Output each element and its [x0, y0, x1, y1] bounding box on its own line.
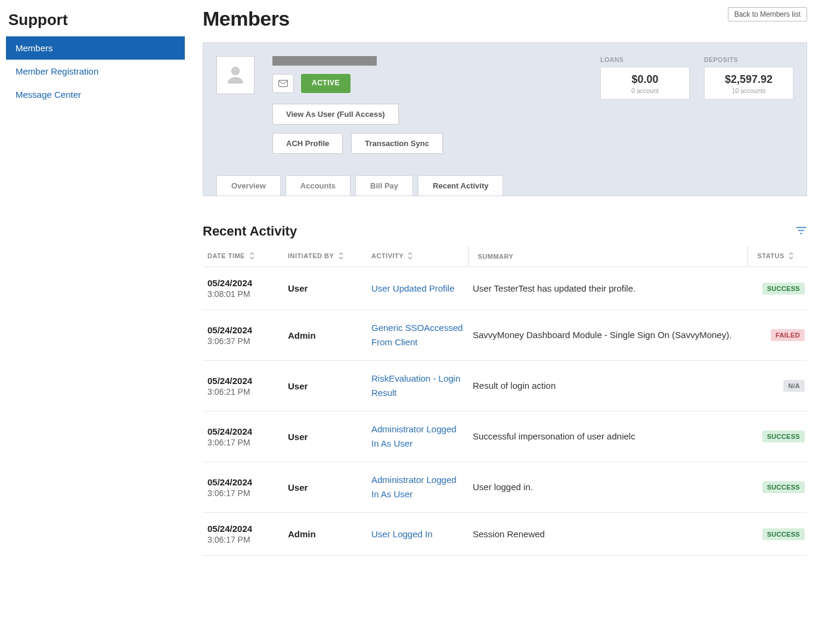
loans-amount: $0.00: [606, 73, 684, 86]
activity-link[interactable]: User Updated Profile: [371, 283, 454, 293]
status-badge: SUCCESS: [762, 431, 805, 442]
view-as-user-button[interactable]: View As User (Full Access): [272, 104, 399, 125]
activity-summary: Session Renewed: [468, 513, 748, 556]
activity-date: 05/24/2024: [207, 376, 278, 386]
activity-time: 3:06:21 PM: [207, 387, 278, 397]
activity-date: 05/24/2024: [207, 477, 278, 487]
activity-summary: Successful impersonation of user adnielc: [468, 411, 748, 462]
status-badge: SUCCESS: [762, 481, 805, 493]
activity-initiated-by: Admin: [283, 513, 367, 556]
profile-tabs: Overview Accounts Bill Pay Recent Activi…: [216, 175, 793, 196]
col-activity-label: ACTIVITY: [371, 252, 404, 259]
table-row: 05/24/20243:06:17 PMUserAdministrator Lo…: [203, 462, 807, 513]
col-date-time-label: DATE TIME: [207, 252, 245, 259]
activity-summary: User logged in.: [468, 462, 748, 513]
table-row: 05/24/20243:06:17 PMUserAdministrator Lo…: [203, 411, 807, 462]
activity-time: 3:06:17 PM: [207, 488, 278, 498]
sidebar-title: Support: [6, 8, 185, 36]
activity-time: 3:06:37 PM: [207, 336, 278, 346]
loans-label: LOANS: [600, 56, 690, 63]
activity-time: 3:08:01 PM: [207, 289, 278, 299]
filter-icon[interactable]: [795, 226, 807, 236]
member-status-badge: ACTIVE: [301, 74, 351, 93]
sort-icon: [250, 252, 255, 261]
col-status[interactable]: STATUS: [748, 246, 807, 267]
loans-sub: 0 account: [606, 87, 684, 94]
deposits-stat: DEPOSITS $2,597.92 10 accounts: [704, 56, 793, 100]
sidebar-item-members[interactable]: Members: [6, 36, 185, 60]
activity-initiated-by: User: [283, 462, 367, 513]
col-summary: SUMMARY: [468, 246, 748, 267]
tab-accounts[interactable]: Accounts: [286, 175, 351, 196]
activity-link[interactable]: Generic SSOAccessed From Client: [371, 323, 463, 347]
activity-time: 3:06:17 PM: [207, 535, 278, 544]
activity-summary: Result of login action: [468, 361, 748, 411]
col-initiated-by[interactable]: INITIATED BY: [283, 246, 367, 267]
status-badge: FAILED: [771, 329, 805, 341]
activity-date: 05/24/2024: [207, 524, 278, 534]
ach-profile-button[interactable]: ACH Profile: [272, 133, 343, 154]
deposits-sub: 10 accounts: [709, 87, 788, 94]
status-badge: SUCCESS: [762, 283, 805, 295]
tab-recent-activity[interactable]: Recent Activity: [418, 175, 503, 196]
col-date-time[interactable]: DATE TIME: [203, 246, 283, 267]
table-row: 05/24/20243:06:17 PMAdminUser Logged InS…: [203, 513, 807, 556]
sidebar-nav: Members Member Registration Message Cent…: [6, 36, 185, 106]
activity-link[interactable]: User Logged In: [371, 529, 433, 539]
email-button[interactable]: [272, 74, 294, 93]
activity-link[interactable]: Administrator Logged In As User: [371, 475, 457, 499]
col-summary-label: SUMMARY: [478, 253, 514, 260]
sort-icon: [789, 252, 793, 261]
member-profile-panel: ACTIVE View As User (Full Access) ACH Pr…: [203, 42, 807, 196]
person-icon: [224, 64, 247, 86]
col-activity[interactable]: ACTIVITY: [367, 246, 468, 267]
activity-link[interactable]: RiskEvaluation - Login Result: [371, 373, 460, 398]
deposits-label: DEPOSITS: [704, 56, 793, 63]
sort-icon: [408, 252, 412, 261]
sidebar-item-member-registration[interactable]: Member Registration: [6, 60, 185, 83]
activity-time: 3:06:17 PM: [207, 438, 278, 447]
status-badge: N/A: [783, 380, 805, 392]
svg-rect-0: [279, 80, 288, 87]
back-to-members-button[interactable]: Back to Members list: [728, 7, 807, 21]
activity-initiated-by: User: [283, 267, 367, 310]
activity-date: 05/24/2024: [207, 426, 278, 436]
member-name-redacted: [272, 56, 377, 66]
page-title: Members: [203, 7, 290, 30]
sort-icon: [339, 252, 343, 261]
col-status-label: STATUS: [758, 252, 784, 259]
activity-initiated-by: Admin: [283, 310, 367, 361]
activity-summary: SavvyMoney Dashboard Module - Single Sig…: [468, 310, 748, 361]
table-row: 05/24/20243:06:21 PMUserRiskEvaluation -…: [203, 361, 807, 411]
activity-table: DATE TIME INITIATED BY ACTIVITY SUMMARY: [203, 246, 807, 556]
activity-summary: User TesterTest has updated their profil…: [468, 267, 748, 310]
tab-bill-pay[interactable]: Bill Pay: [355, 175, 413, 196]
activity-link[interactable]: Administrator Logged In As User: [371, 424, 457, 448]
status-badge: SUCCESS: [762, 528, 805, 540]
activity-date: 05/24/2024: [207, 278, 278, 288]
col-initiated-by-label: INITIATED BY: [288, 252, 334, 259]
loans-stat: LOANS $0.00 0 account: [600, 56, 690, 100]
envelope-icon: [278, 80, 288, 87]
sidebar: Support Members Member Registration Mess…: [0, 0, 185, 574]
table-row: 05/24/20243:08:01 PMUserUser Updated Pro…: [203, 267, 807, 310]
table-row: 05/24/20243:06:37 PMAdminGeneric SSOAcce…: [203, 310, 807, 361]
activity-date: 05/24/2024: [207, 325, 278, 335]
deposits-amount: $2,597.92: [709, 73, 788, 86]
transaction-sync-button[interactable]: Transaction Sync: [351, 133, 443, 154]
avatar: [216, 56, 255, 94]
tab-overview[interactable]: Overview: [216, 175, 281, 196]
main: Members Back to Members list ACTIVE: [185, 0, 825, 574]
sidebar-item-message-center[interactable]: Message Center: [6, 83, 185, 106]
activity-initiated-by: User: [283, 411, 367, 462]
activity-initiated-by: User: [283, 361, 367, 411]
